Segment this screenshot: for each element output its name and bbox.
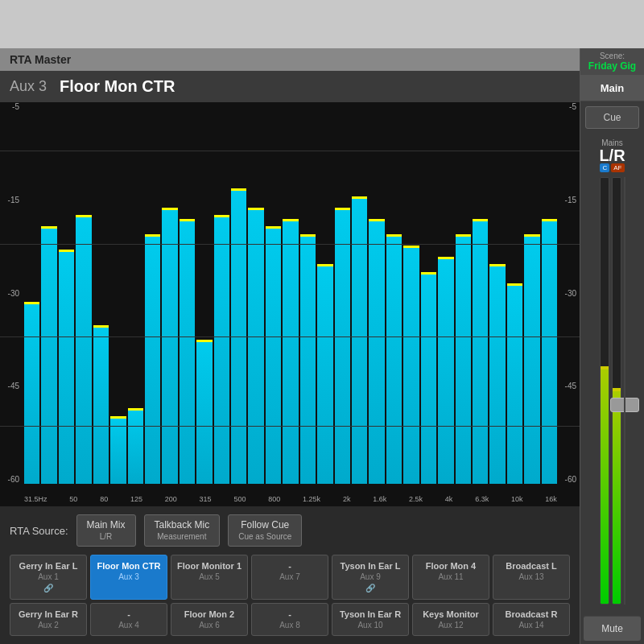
grid-line-2 — [0, 244, 580, 245]
rta-header: RTA Master — [0, 48, 580, 71]
rta-display: -5 -15 -30 -45 -60 -5 -15 -30 -45 -60 — [0, 102, 580, 506]
freq-31: 31.5Hz — [24, 495, 47, 503]
channel-grid: Gerry In Ear LAux 1🔗Floor Mon CTRAux 3Fl… — [10, 555, 570, 636]
grid-line-1 — [0, 151, 580, 151]
freq-2k: 2k — [343, 495, 351, 503]
controls-area: RTA Source: Main MixL/R Talkback MicMeas… — [0, 506, 580, 644]
ind-af: AF — [611, 163, 624, 172]
main-mix-btn[interactable]: Main MixL/R — [76, 514, 136, 547]
level-meter-r — [612, 177, 621, 605]
lr-label: L/R — [599, 147, 625, 163]
scene-name: Friday Gig — [585, 60, 639, 72]
talkback-mic-btn[interactable]: Talkback MicMeasurement — [144, 514, 221, 547]
freq-315: 315 — [200, 495, 212, 503]
fader-track[interactable] — [624, 177, 625, 605]
freq-labels: 31.5Hz 50 80 125 200 315 500 800 1.25k 2… — [24, 495, 557, 503]
freq-6k3: 6.3k — [475, 495, 489, 503]
indicator-row: C AF — [597, 163, 627, 174]
aux-label: Aux 3 — [10, 78, 47, 95]
channel-btn-10[interactable]: -Aux 8 — [251, 603, 328, 636]
rta-source-label: RTA Source: — [10, 525, 68, 537]
fader-center-line — [624, 178, 625, 604]
channel-btn-0[interactable]: Gerry In Ear LAux 1🔗 — [10, 555, 87, 600]
freq-125: 125 — [130, 495, 142, 503]
mute-btn[interactable]: Mute — [584, 616, 641, 641]
center-panel: RTA Master Aux 3 Floor Mon CTR -5 -15 -3… — [0, 48, 580, 644]
freq-80: 80 — [100, 495, 108, 503]
channel-btn-5[interactable]: Floor Mon 4Aux 11 — [412, 555, 489, 600]
scene-box: Scene: Friday Gig — [580, 48, 644, 76]
channel-btn-7[interactable]: Gerry In Ear RAux 2 — [10, 603, 87, 636]
grid-line-3 — [0, 336, 580, 337]
freq-4k: 4k — [445, 495, 453, 503]
freq-50: 50 — [69, 495, 77, 503]
rta-title: RTA Master — [10, 53, 71, 66]
main-wrapper: RTA Master Aux 3 Floor Mon CTR -5 -15 -3… — [0, 48, 644, 644]
freq-2k5: 2.5k — [409, 495, 423, 503]
channel-btn-12[interactable]: Keys MonitorAux 12 — [412, 603, 489, 636]
level-meter-l — [600, 177, 609, 605]
meter-fader-area — [597, 174, 629, 608]
channel-btn-2[interactable]: Floor Monitor 1Aux 5 — [171, 555, 248, 600]
freq-500: 500 — [233, 495, 246, 503]
freq-16k: 16k — [545, 495, 557, 503]
channel-btn-1[interactable]: Floor Mon CTRAux 3 — [90, 555, 167, 600]
meter-green-l — [601, 369, 609, 604]
channel-name: Floor Mon CTR — [60, 77, 175, 96]
main-btn[interactable]: Main — [580, 76, 644, 101]
freq-800: 800 — [268, 495, 280, 503]
aux-title-bar: Aux 3 Floor Mon CTR — [0, 71, 580, 102]
rta-source-row: RTA Source: Main MixL/R Talkback MicMeas… — [10, 514, 570, 547]
grid-line-4 — [0, 426, 580, 427]
freq-200: 200 — [165, 495, 177, 503]
channel-btn-8[interactable]: -Aux 4 — [90, 603, 167, 636]
freq-1k25: 1.25k — [303, 495, 320, 503]
top-spacer — [0, 0, 644, 48]
channel-btn-3[interactable]: -Aux 7 — [251, 555, 328, 600]
freq-10k: 10k — [511, 495, 523, 503]
rta-grid-lines — [0, 102, 580, 506]
channel-btn-13[interactable]: Broadcast RAux 14 — [493, 603, 570, 636]
right-panel: Scene: Friday Gig Main Cue Mains L/R C A… — [580, 48, 644, 644]
mains-lr-area: Mains L/R C AF — [580, 134, 644, 613]
freq-1k6: 1.6k — [373, 495, 386, 503]
ind-c: C — [600, 163, 609, 172]
scene-label: Scene: — [585, 52, 639, 60]
channel-btn-9[interactable]: Floor Mon 2Aux 6 — [171, 603, 248, 636]
channel-btn-4[interactable]: Tyson In Ear LAux 9🔗 — [332, 555, 409, 600]
follow-cue-btn[interactable]: Follow CueCue as Source — [228, 514, 302, 547]
cue-btn[interactable]: Cue — [585, 106, 639, 129]
meter-green-r — [613, 391, 621, 605]
channel-btn-6[interactable]: Broadcast LAux 13 — [493, 555, 570, 600]
channel-btn-11[interactable]: Tyson In Ear RAux 10 — [332, 603, 409, 636]
